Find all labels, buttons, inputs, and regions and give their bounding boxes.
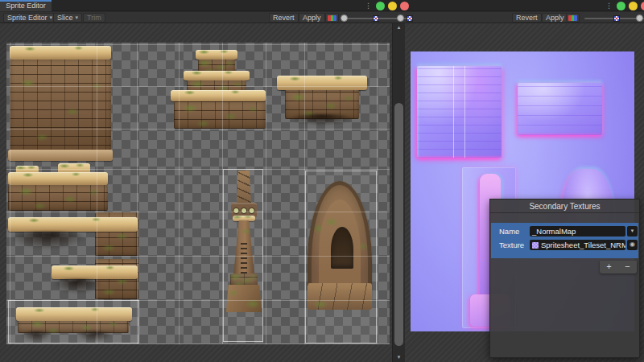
scroll-down-icon[interactable]: ▼ <box>393 355 405 360</box>
slice-grid-line <box>97 43 97 344</box>
slice-grid-line <box>6 169 390 170</box>
name-row: Name _NormalMap ▼ <box>491 226 638 237</box>
alpha-texture-icon <box>373 15 379 22</box>
texture-object-field[interactable]: Spritesheet_Tileset_NRM <box>530 240 625 250</box>
sprite-sheet-pane <box>0 23 392 362</box>
chevron-down-icon: ▾ <box>76 14 79 21</box>
slider-handle[interactable] <box>341 14 348 22</box>
texture-thumbnail-icon <box>532 242 539 249</box>
rgb-channel-swatch-button[interactable] <box>566 13 580 23</box>
left-pane-window-controls: ⋮ <box>365 1 409 10</box>
revert-label: Revert <box>273 14 295 22</box>
slice-grid-line <box>6 129 390 130</box>
add-secondary-texture-button[interactable]: + <box>600 261 618 274</box>
slice-dropdown[interactable]: Slice ▾ <box>53 13 82 23</box>
chevron-down-icon: ▾ <box>50 14 53 21</box>
remove-secondary-texture-button[interactable]: − <box>618 261 637 274</box>
toolbar: Sprite Editor ▾ Slice ▾ Trim Revert Appl… <box>0 12 644 23</box>
slice-grid-line <box>266 43 266 344</box>
alpha-texture-icon <box>613 15 620 22</box>
texture-row: Texture Spritesheet_Tileset_NRM ◉ <box>491 240 638 250</box>
sprite-stepped-wall-cap2[interactable] <box>184 71 250 80</box>
scrollbar-thumb[interactable] <box>394 103 403 346</box>
sprite-rect-outline-arch <box>305 171 377 343</box>
sprite-stepped-wall-cap1[interactable] <box>196 50 237 60</box>
green-dot-button[interactable] <box>376 2 385 10</box>
trim-button-label: Trim <box>87 14 101 22</box>
apply-label: Apply <box>546 14 564 22</box>
tab-bar: Sprite Editor ⋮ ⋮ <box>0 0 644 11</box>
sprite-stepped-wall-tier3[interactable] <box>174 101 266 129</box>
object-picker-button[interactable]: ◉ <box>627 240 638 250</box>
mode-dropdown-label: Sprite Editor <box>7 14 47 22</box>
sprite-brick-band[interactable] <box>8 185 108 211</box>
rgb-gradient-icon <box>328 15 336 21</box>
object-picker-icon: ◉ <box>630 241 635 248</box>
slice-grid-line <box>6 86 390 87</box>
slice-grid-line <box>464 66 465 158</box>
rgb-gradient-icon <box>568 15 577 21</box>
sprite-stepped-wall-cap3[interactable] <box>171 90 266 101</box>
name-label: Name <box>499 226 519 237</box>
slice-dropdown-label: Slice <box>57 14 73 22</box>
sprite-shadow <box>53 279 101 294</box>
sprite-rect-outline-platform <box>8 300 139 343</box>
slider-handle[interactable] <box>636 14 643 22</box>
yellow-dot-button[interactable] <box>388 2 397 10</box>
sprite-mid-ledge-cap[interactable] <box>52 265 138 279</box>
green-dot-button[interactable] <box>617 2 625 10</box>
pane-menu-icon[interactable]: ⋮ <box>365 1 372 10</box>
slice-grid-line <box>10 43 10 344</box>
scroll-up-icon[interactable]: ▲ <box>393 25 405 30</box>
red-dot-button[interactable] <box>641 2 644 10</box>
alpha-texture-icon <box>407 15 413 22</box>
sprite-canvas[interactable] <box>6 43 390 344</box>
apply-label: Apply <box>303 14 321 22</box>
slice-grid-line <box>137 43 138 344</box>
rgb-channel-swatch-button[interactable] <box>325 13 339 23</box>
name-field[interactable]: _NormalMap <box>530 226 625 237</box>
panel-title: Secondary Textures <box>490 200 639 213</box>
sprite-brick-band-cap[interactable] <box>8 172 108 185</box>
name-dropdown-button[interactable]: ▼ <box>627 226 638 237</box>
sprite-rect-outline-pillar <box>223 169 263 342</box>
trim-button[interactable]: Trim <box>83 13 105 23</box>
red-dot-button[interactable] <box>400 2 409 10</box>
sprite-shadow <box>10 232 87 249</box>
slice-grid-line <box>453 66 454 158</box>
revert-label: Revert <box>516 14 538 22</box>
selected-secondary-texture-entry[interactable]: Name _NormalMap ▼ Texture Spritesheet_Ti… <box>491 223 638 258</box>
slice-grid-line <box>6 343 390 344</box>
slice-grid-line <box>179 43 180 344</box>
slider-handle[interactable] <box>397 14 404 22</box>
tab-sprite-editor[interactable]: Sprite Editor <box>0 0 52 11</box>
chevron-down-icon: ▼ <box>630 228 635 233</box>
revert-button-left[interactable]: Revert <box>269 13 299 23</box>
tab-label: Sprite Editor <box>6 2 46 10</box>
normalmap-wall-tile <box>417 66 502 158</box>
sprite-platform-block-cap[interactable] <box>277 76 367 90</box>
texture-value: Spritesheet_Tileset_NRM <box>541 241 625 249</box>
yellow-dot-button[interactable] <box>629 2 638 10</box>
apply-button-left[interactable]: Apply <box>299 13 325 23</box>
revert-button-right[interactable]: Revert <box>512 13 542 23</box>
sprite-editor-mode-dropdown[interactable]: Sprite Editor ▾ <box>3 13 56 23</box>
texture-label: Texture <box>499 240 524 250</box>
secondary-textures-panel: Secondary Textures Name _NormalMap ▼ Tex… <box>489 199 640 358</box>
slice-grid-line <box>6 44 390 45</box>
sprite-editor-window: Sprite Editor ⋮ ⋮ Sprite Editor ▾ Slice … <box>0 0 644 362</box>
list-footer-buttons: + − <box>600 261 637 274</box>
right-pane-window-controls: ⋮ <box>605 1 644 10</box>
normalmap-ledge-tile <box>518 83 602 135</box>
slice-grid-line <box>377 43 378 344</box>
sprite-long-ledge-cap[interactable] <box>8 217 138 232</box>
sprite-shadow <box>290 114 354 125</box>
normal-map-pane: Secondary Textures Name _NormalMap ▼ Tex… <box>405 23 644 362</box>
pane-menu-icon[interactable]: ⋮ <box>605 1 613 10</box>
apply-button-right[interactable]: Apply <box>542 13 568 23</box>
vertical-scrollbar[interactable]: ▲ ▼ <box>392 23 405 362</box>
